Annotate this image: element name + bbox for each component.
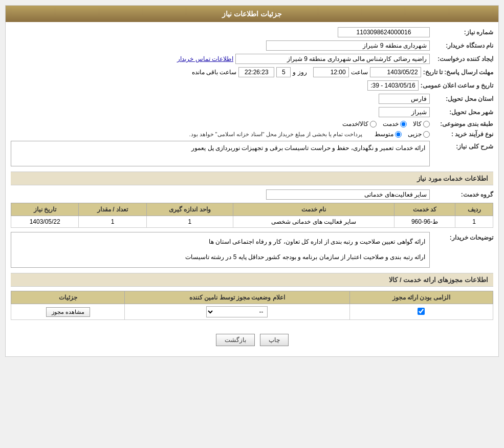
deadline-label: مهلت ارسال پاسخ: تا تاریخ: [423, 69, 493, 76]
announce-row: تاریخ و ساعت اعلان عمومی: [11, 80, 493, 91]
province-input [379, 94, 430, 104]
cell-qty: 1 [79, 216, 146, 228]
service-table-header-row: ردیف کد خدمت نام خدمت واحد اندازه گیری ت… [11, 203, 493, 216]
remaining-suffix: ساعت باقی مانده [192, 69, 237, 76]
cell-date: 1403/05/22 [11, 216, 79, 228]
purchase-type-label: نوع فرآیند خرید : [432, 131, 493, 138]
license-col-details: جزئیات [11, 291, 125, 304]
cell-name: سایر فعالیت های خدماتی شخصی [233, 216, 395, 228]
announce-label: تاریخ و ساعت اعلان عمومی: [421, 82, 493, 89]
page-wrapper: جزئیات اطلاعات نیاز شماره نیاز: نام دستگ… [0, 0, 504, 448]
city-label: شهر محل تحویل: [432, 109, 493, 116]
contact-link[interactable]: اطلاعات تماس خریدار [177, 55, 233, 62]
license-col-status: اعلام وضعیت مجوز توسط نامین کننده [125, 291, 349, 304]
category-label-khedmat: خدمت [383, 120, 399, 127]
license-details-cell: مشاهده مجوز [11, 304, 125, 320]
service-group-label: گروه خدمت: [432, 191, 493, 198]
description-box: ارائه خدمات تعمیر و نگهداری، حفظ و حراست… [11, 141, 430, 166]
print-button[interactable]: چاپ [260, 334, 289, 346]
description-label: شرح کلی نیاز: [432, 141, 493, 150]
license-section-title: اطلاعات مجوزهای ارائه خدمت / کالا [11, 273, 493, 287]
footer-buttons: چاپ بازگشت [11, 326, 493, 351]
category-option-kala: کالا [413, 120, 430, 127]
category-radio-kala-khedmat[interactable] [370, 121, 377, 127]
col-header-unit: واحد اندازه گیری [146, 203, 233, 216]
buyer-notes-box: ارائه گواهی تعیین صلاحیت و رتبه بندی از … [11, 232, 430, 268]
buyer-notes-row: توضیحات خریدار: ارائه گواهی تعیین صلاحیت… [11, 232, 493, 268]
category-radio-khedmat[interactable] [400, 121, 407, 127]
remaining-days-input [276, 67, 291, 77]
service-info-title: اطلاعات خدمات مورد نیاز [11, 172, 493, 185]
cell-code: ط-96-960 [394, 216, 455, 228]
deadline-time-input [313, 67, 349, 77]
description-row: شرح کلی نیاز: ارائه خدمات تعمیر و نگهدار… [11, 141, 493, 166]
province-label: استان محل تحویل: [432, 95, 493, 102]
creator-row: ایجاد کننده درخواست: اطلاعات تماس خریدار [11, 54, 493, 64]
col-header-date: تاریخ نیاز [11, 203, 79, 216]
buyer-org-input [266, 40, 430, 51]
buyer-org-row: نام دستگاه خریدار: [11, 40, 493, 51]
purchase-type-label-jozi: جزیی [408, 131, 422, 138]
city-input [379, 107, 430, 117]
creator-input [235, 54, 430, 64]
purchase-type-option-jozi: جزیی [408, 131, 430, 138]
main-panel: جزئیات اطلاعات نیاز شماره نیاز: نام دستگ… [5, 5, 499, 357]
city-row: شهر محل تحویل: [11, 107, 493, 117]
purchase-type-option-motavasset: متوسط [375, 131, 402, 138]
buyer-note-1: ارائه گواهی تعیین صلاحیت و رتبه بندی از … [15, 236, 425, 248]
need-number-input [338, 27, 430, 37]
col-header-qty: تعداد / مقدار [79, 203, 146, 216]
back-button[interactable]: بازگشت [216, 334, 255, 346]
category-label-kala: کالا [413, 120, 422, 127]
purchase-type-radio-group: جزیی متوسط [375, 131, 430, 138]
buyer-org-label: نام دستگاه خریدار: [432, 42, 493, 49]
cell-row-num: 1 [455, 216, 493, 228]
purchase-note: پرداخت تمام یا بخشی از مبلغ خریداز محل "… [189, 131, 362, 138]
service-group-input [266, 189, 430, 200]
category-label-kala-khedmat: کالا/خدمت [342, 120, 368, 127]
license-status-cell: -- [125, 304, 349, 320]
purchase-type-label-motavasset: متوسط [375, 131, 393, 138]
category-option-khedmat: خدمت [383, 120, 407, 127]
license-table-header-row: الزامی بودن ارائه مجوز اعلام وضعیت مجوز … [11, 291, 493, 304]
category-option-kala-khedmat: کالا/خدمت [342, 120, 377, 127]
announce-input [367, 80, 419, 91]
need-number-row: شماره نیاز: [11, 27, 493, 37]
purchase-type-radio-jozi[interactable] [423, 131, 430, 138]
panel-body: شماره نیاز: نام دستگاه خریدار: ایجاد کنن… [6, 22, 498, 356]
panel-header: جزئیات اطلاعات نیاز [6, 6, 498, 22]
deadline-row: مهلت ارسال پاسخ: تا تاریخ: ساعت روز و سا… [11, 67, 493, 77]
col-header-name: نام خدمت [233, 203, 395, 216]
license-col-required: الزامی بودن ارائه مجوز [349, 291, 493, 304]
category-radio-group: کالا خدمت کالا/خدمت [342, 120, 430, 127]
deadline-date-input [370, 67, 421, 77]
category-radio-kala[interactable] [423, 121, 430, 127]
cell-unit: 1 [146, 216, 233, 228]
view-license-button[interactable]: مشاهده مجوز [46, 307, 90, 317]
panel-title: جزئیات اطلاعات نیاز [222, 10, 282, 18]
service-group-row: گروه خدمت: [11, 189, 493, 200]
license-table: الزامی بودن ارائه مجوز اعلام وضعیت مجوز … [11, 291, 493, 320]
description-text: ارائه خدمات تعمیر و نگهداری، حفظ و حراست… [191, 144, 425, 152]
creator-label: ایجاد کننده درخواست: [432, 55, 493, 62]
remaining-time-input [238, 67, 274, 77]
purchase-type-radio-motavasset[interactable] [395, 131, 402, 138]
col-header-row: ردیف [455, 203, 493, 216]
table-row: 1 ط-96-960 سایر فعالیت های خدماتی شخصی 1… [11, 216, 493, 228]
license-table-row: -- مشاهده مجوز [11, 304, 493, 320]
purchase-type-row: نوع فرآیند خرید : جزیی متوسط پرداخت تمام… [11, 131, 493, 138]
need-number-label: شماره نیاز: [432, 29, 493, 36]
service-table: ردیف کد خدمت نام خدمت واحد اندازه گیری ت… [11, 203, 493, 228]
license-required-checkbox[interactable] [418, 308, 425, 315]
category-label: طبقه بندی موضوعی: [432, 120, 493, 127]
col-header-code: کد خدمت [394, 203, 455, 216]
buyer-notes-label: توضیحات خریدار: [432, 232, 493, 241]
license-required-cell [349, 304, 493, 320]
license-status-select[interactable]: -- [206, 306, 268, 317]
buyer-note-2: ارائه رتبه بندی و صلاحیت اعتبار از سازما… [15, 251, 425, 263]
remaining-days-label: روز و [293, 69, 306, 76]
category-row: طبقه بندی موضوعی: کالا خدمت کالا/خدمت [11, 120, 493, 127]
deadline-time-label: ساعت [351, 69, 368, 76]
province-row: استان محل تحویل: [11, 94, 493, 104]
